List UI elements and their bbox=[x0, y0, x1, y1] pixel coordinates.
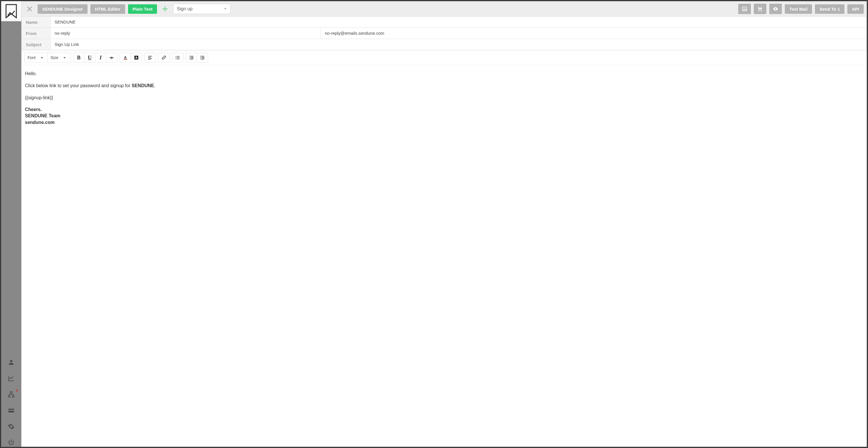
body-greeting: Hello. bbox=[25, 70, 863, 77]
template-dropdown[interactable]: Sign up bbox=[173, 4, 230, 14]
text-color-button[interactable]: A bbox=[120, 53, 131, 62]
person-icon bbox=[8, 359, 14, 366]
tab-html-editor[interactable]: HTML Editor bbox=[90, 4, 125, 14]
underline-button[interactable]: U bbox=[84, 53, 95, 62]
chevron-down-icon bbox=[63, 57, 66, 59]
tab-designer[interactable]: SENDUNE Designer bbox=[38, 4, 88, 14]
name-label: Name bbox=[22, 16, 51, 28]
app-logo[interactable] bbox=[1, 1, 21, 21]
send-to-button[interactable]: Send To 1 bbox=[815, 4, 844, 14]
add-template-button[interactable] bbox=[160, 4, 170, 14]
svg-rect-1 bbox=[10, 391, 12, 393]
strikethrough-button[interactable]: S bbox=[106, 53, 117, 62]
sidebar-item-billing[interactable] bbox=[7, 406, 16, 415]
sidebar-item-contacts[interactable] bbox=[7, 358, 16, 367]
tab-plain-text[interactable]: Plain Text bbox=[128, 4, 157, 14]
plus-icon bbox=[161, 5, 169, 12]
close-button[interactable] bbox=[24, 4, 35, 14]
list-icon bbox=[175, 55, 180, 60]
from-name-input[interactable] bbox=[55, 31, 317, 36]
chevron-down-icon bbox=[41, 57, 43, 59]
chart-icon bbox=[8, 375, 14, 382]
email-header-form: Name From Subject bbox=[22, 16, 867, 50]
workflow-icon bbox=[8, 391, 14, 398]
preview-button[interactable] bbox=[769, 4, 782, 14]
link-button[interactable] bbox=[158, 53, 169, 62]
indent-icon bbox=[200, 55, 205, 60]
font-select[interactable]: Font bbox=[25, 53, 48, 62]
outdent-icon bbox=[189, 55, 194, 60]
align-left-icon bbox=[148, 55, 153, 60]
list-button[interactable] bbox=[172, 53, 183, 62]
from-email-input[interactable] bbox=[325, 31, 862, 36]
image-button[interactable] bbox=[738, 4, 751, 14]
power-icon bbox=[8, 439, 14, 446]
svg-rect-3 bbox=[12, 396, 14, 397]
save-button[interactable] bbox=[754, 4, 766, 14]
test-mail-button[interactable]: Test Mail bbox=[785, 4, 812, 14]
sidebar-item-logout[interactable] bbox=[7, 438, 16, 447]
text-color-icon: A bbox=[123, 55, 128, 60]
sidebar-item-workflows[interactable]: β bbox=[7, 390, 16, 399]
link-icon bbox=[161, 55, 166, 60]
bg-color-button[interactable]: A bbox=[131, 53, 142, 62]
svg-rect-14 bbox=[124, 59, 127, 60]
bg-color-icon: A bbox=[134, 55, 139, 60]
body-line1: Click below link to set your password an… bbox=[25, 82, 863, 89]
close-icon bbox=[26, 5, 33, 12]
svg-point-10 bbox=[775, 8, 776, 10]
save-icon bbox=[757, 6, 763, 12]
eye-icon bbox=[773, 6, 778, 12]
image-icon bbox=[742, 6, 747, 12]
card-icon bbox=[8, 407, 14, 414]
sidebar-item-analytics[interactable] bbox=[7, 374, 16, 383]
svg-text:A: A bbox=[124, 56, 127, 60]
sidebar: β bbox=[1, 1, 21, 447]
svg-point-0 bbox=[10, 360, 12, 362]
rich-text-toolbar: Font Size B U I S A bbox=[22, 50, 867, 65]
top-toolbar: SENDUNE Designer HTML Editor Plain Text … bbox=[22, 1, 867, 16]
name-input[interactable] bbox=[55, 20, 862, 24]
from-label: From bbox=[22, 28, 51, 39]
api-button[interactable]: API bbox=[847, 4, 864, 14]
subject-label: Subject bbox=[22, 39, 51, 50]
italic-button[interactable]: I bbox=[95, 53, 106, 62]
svg-point-19 bbox=[176, 59, 176, 59]
align-button[interactable] bbox=[145, 53, 156, 62]
size-select[interactable]: Size bbox=[48, 53, 71, 62]
template-selected-label: Sign up bbox=[177, 6, 192, 11]
svg-rect-9 bbox=[759, 9, 761, 11]
gear-icon bbox=[8, 423, 14, 430]
beta-badge: β bbox=[16, 389, 18, 392]
bookmark-logo-icon bbox=[5, 4, 17, 19]
outdent-button[interactable] bbox=[186, 53, 197, 62]
svg-point-7 bbox=[744, 8, 745, 9]
editor-content[interactable]: Hello. Click below link to set your pass… bbox=[22, 65, 867, 447]
body-signature: Cheers. SENDUNE Team sendune.com bbox=[25, 106, 863, 126]
body-placeholder: {{signup-link}} bbox=[25, 94, 863, 101]
svg-text:A: A bbox=[135, 56, 137, 59]
svg-rect-8 bbox=[759, 7, 761, 8]
chevron-down-icon bbox=[224, 8, 227, 10]
sidebar-item-settings[interactable] bbox=[7, 422, 16, 431]
svg-rect-2 bbox=[8, 396, 10, 397]
subject-input[interactable] bbox=[55, 42, 862, 47]
bold-button[interactable]: B bbox=[73, 53, 84, 62]
svg-point-18 bbox=[176, 57, 176, 58]
main-panel: SENDUNE Designer HTML Editor Plain Text … bbox=[21, 1, 867, 447]
strikethrough-icon: S bbox=[109, 55, 114, 60]
indent-button[interactable] bbox=[197, 53, 208, 62]
svg-rect-5 bbox=[8, 410, 14, 411]
svg-point-17 bbox=[176, 56, 176, 57]
